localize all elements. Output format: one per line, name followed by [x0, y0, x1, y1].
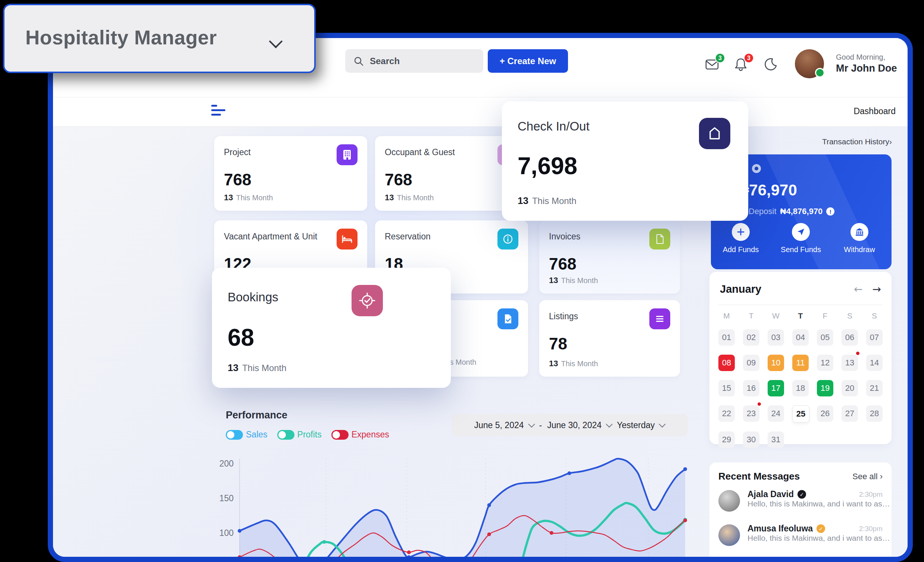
create-new-button[interactable]: + Create New	[488, 49, 568, 73]
add-funds-button[interactable]: Add Funds	[718, 223, 763, 254]
workspace-switcher[interactable]: Hospitality Manager	[3, 4, 316, 73]
calendar-day[interactable]: 06	[842, 329, 858, 346]
deposit-label: Deposit	[748, 206, 777, 216]
document-icon	[650, 229, 670, 250]
chevron-down-icon	[606, 421, 612, 427]
subheader: Dashboard	[53, 97, 908, 127]
calendar-day[interactable]: 23	[743, 405, 759, 422]
chevron-right-icon: ›	[889, 137, 892, 146]
calendar-prev-button[interactable]: ←	[854, 283, 862, 295]
calendar-day[interactable]: 15	[718, 380, 735, 396]
calendar-day[interactable]: 25	[792, 405, 809, 423]
send-funds-button[interactable]: Send Funds	[778, 223, 823, 254]
workspace-name: Hospitality Manager	[26, 26, 217, 49]
popup-card-bookings[interactable]: Bookings 68 13This Month	[212, 268, 451, 388]
calendar-day-header: W	[768, 311, 784, 320]
eye-icon[interactable]	[752, 164, 761, 173]
calendar-day[interactable]: 29	[718, 432, 735, 448]
message-time: 2:30pm	[859, 490, 883, 499]
performance-chart: 100150200	[217, 456, 695, 557]
calendar-grid: MTWTFSS010203040506070809101112131415161…	[718, 311, 883, 448]
legend-toggle-expenses[interactable]: Expenses	[332, 430, 389, 440]
performance-title: Performance	[226, 410, 287, 421]
card-title: Listings	[549, 311, 578, 321]
card-title: Reservation	[385, 232, 430, 242]
calendar-day[interactable]: 11	[792, 355, 808, 371]
bank-icon	[850, 223, 868, 241]
chevron-down-icon	[528, 421, 535, 427]
list-icon	[650, 308, 670, 329]
calendar-day[interactable]: 12	[817, 355, 833, 371]
range-end[interactable]: June 30, 2024	[547, 420, 602, 430]
calendar-day[interactable]: 20	[842, 380, 858, 396]
card-title: Invoices	[549, 232, 580, 242]
menu-toggle-button[interactable]	[211, 105, 228, 118]
stat-card-project[interactable]: Project 768 13This Month	[214, 136, 367, 211]
calendar-day[interactable]: 31	[768, 432, 784, 448]
withdraw-button[interactable]: Withdraw	[837, 223, 882, 254]
notifications-button[interactable]: 3	[733, 57, 749, 73]
calendar-day[interactable]: 14	[866, 355, 883, 371]
message-item[interactable]: Ajala David✓2:30pmHello, this is Makinwa…	[718, 489, 883, 520]
calendar-day[interactable]: 10	[768, 355, 784, 371]
calendar-day[interactable]: 21	[866, 380, 883, 396]
calendar-day[interactable]: 05	[817, 329, 833, 346]
calendar-day[interactable]: 26	[817, 405, 833, 422]
calendar-day[interactable]: 08	[718, 355, 735, 371]
info-icon	[498, 229, 518, 250]
stat-card-invoices[interactable]: Invoices 768 13This Month	[539, 220, 680, 293]
recent-messages-card: Recent Messages See all › Ajala David✓2:…	[710, 462, 891, 557]
calendar-day[interactable]: 01	[718, 329, 735, 346]
info-icon[interactable]: !	[826, 207, 834, 215]
calendar-day[interactable]: 30	[743, 432, 759, 448]
calendar-day[interactable]: 07	[866, 329, 883, 346]
calendar-day[interactable]: 18	[792, 380, 808, 396]
calendar-day[interactable]: 27	[842, 405, 858, 422]
date-range-control[interactable]: June 5, 2024 - June 30, 2024 Yesterday	[452, 414, 687, 436]
calendar-day[interactable]: 02	[743, 329, 759, 346]
card-delta: 13This Month	[549, 276, 598, 285]
calendar-day[interactable]: 04	[792, 329, 808, 346]
calendar-day[interactable]: 16	[743, 380, 759, 396]
card-value: 768	[224, 170, 251, 189]
avatar	[718, 490, 740, 512]
user-avatar[interactable]	[795, 49, 824, 78]
messages-button[interactable]: 3	[704, 57, 721, 73]
range-preset[interactable]: Yesterday	[617, 420, 654, 430]
calendar-day[interactable]: 22	[718, 405, 735, 422]
search-input[interactable]: Search	[345, 49, 483, 73]
see-all-link[interactable]: See all ›	[852, 472, 883, 481]
message-item[interactable]: Amusa Ifeoluwa✓2:30pmHello, this is Maki…	[718, 523, 883, 554]
chevron-down-icon	[659, 421, 666, 427]
calendar-day[interactable]: 13	[842, 355, 858, 371]
stat-card-listings[interactable]: Listings 78 13This Month	[539, 300, 680, 377]
range-start[interactable]: June 5, 2024	[474, 420, 524, 430]
calendar-next-button[interactable]: →	[873, 283, 881, 295]
sender-name: Amusa Ifeoluwa	[747, 523, 813, 534]
send-icon	[792, 223, 810, 241]
app-window: Search + Create New 3 3 Good Morning,	[48, 33, 913, 562]
calendar-day[interactable]: 28	[866, 405, 883, 422]
page: Search + Create New 3 3 Good Morning,	[0, 0, 924, 562]
page-title: Dashboard	[854, 106, 896, 117]
event-dot	[758, 402, 761, 406]
calendar-day[interactable]: 09	[743, 355, 759, 371]
card-value: 768	[549, 255, 576, 274]
message-time: 2:30pm	[859, 525, 883, 533]
calendar-day[interactable]: 24	[768, 405, 784, 422]
calendar-day-header: T	[792, 311, 808, 320]
legend-toggle-sales[interactable]: Sales	[226, 430, 268, 440]
calendar-day[interactable]: 19	[817, 380, 833, 396]
calendar-day[interactable]: 17	[768, 380, 784, 396]
calendar-day[interactable]: 03	[768, 329, 784, 346]
mail-badge: 3	[715, 53, 725, 63]
popup-card-checkinout[interactable]: Check In/Out 7,698 13This Month	[502, 102, 748, 221]
target-check-icon	[351, 285, 383, 316]
building-icon	[337, 144, 357, 165]
dark-mode-toggle[interactable]	[763, 57, 779, 73]
legend-toggle-profits[interactable]: Profits	[277, 430, 322, 440]
event-dot	[856, 352, 860, 355]
deposit-value: ₦4,876,970	[780, 206, 823, 216]
calendar-month: January	[720, 283, 761, 295]
search-placeholder: Search	[370, 56, 400, 66]
